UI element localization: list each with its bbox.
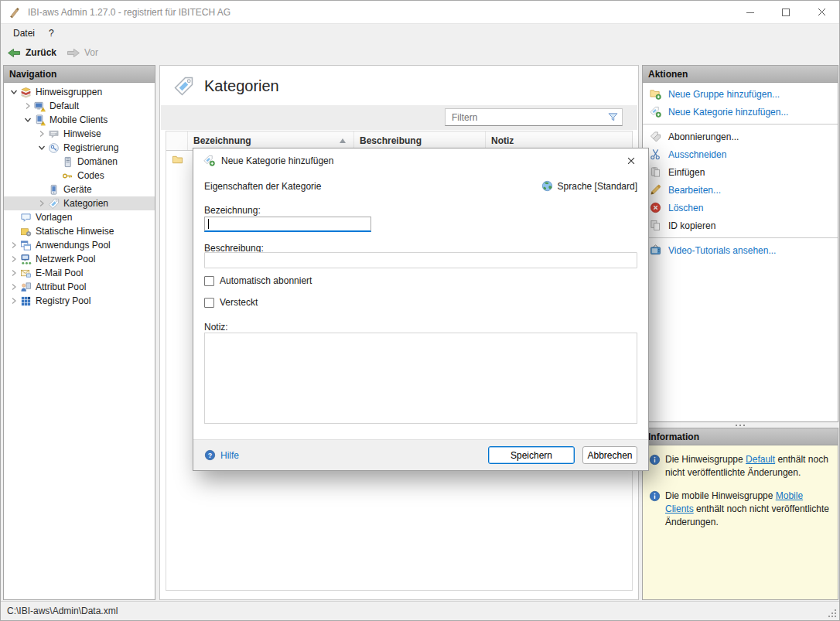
monitor-warning-icon (34, 101, 47, 112)
action-neue-gruppe-hinzufügen[interactable]: Neue Gruppe hinzufügen... (643, 85, 838, 103)
auto-subscribe-label: Automatisch abonniert (220, 275, 312, 286)
language-button[interactable]: Sprache [Standard] (541, 180, 637, 192)
new-category-icon (203, 155, 215, 166)
filter-icon[interactable] (603, 111, 622, 123)
nav-item-statische-hinweise[interactable]: Statische Hinweise (4, 224, 155, 238)
nav-item-default[interactable]: Default (4, 99, 155, 113)
status-path: C:\IBI-aws\Admin\Data.xml (7, 606, 118, 616)
resize-grip[interactable] (828, 609, 837, 618)
expander-spacer (49, 155, 62, 168)
copy-id-icon (650, 220, 662, 232)
minimize-button[interactable] (732, 1, 768, 23)
nav-item-geräte[interactable]: Geräte (4, 183, 155, 196)
nav-item-label: Hinweisgruppen (36, 87, 102, 97)
nav-item-label: E-Mail Pool (36, 268, 83, 278)
back-label: Zurück (26, 47, 56, 58)
chevron-right-icon[interactable] (7, 239, 20, 251)
sort-asc-icon (339, 138, 347, 144)
cancel-button[interactable]: Abbrechen (582, 446, 637, 464)
info-text: Die Hinweisgruppe Default enthält noch n… (665, 453, 831, 479)
nav-item-netzwerk-pool[interactable]: Netzwerk Pool (4, 252, 155, 266)
auto-subscribe-checkbox[interactable]: Automatisch abonniert (204, 275, 312, 286)
bezeichnung-field[interactable] (204, 217, 371, 232)
checkbox-icon (204, 276, 214, 286)
action-separator (643, 237, 838, 238)
chevron-down-icon[interactable] (35, 142, 48, 154)
maximize-button[interactable] (768, 1, 804, 23)
hidden-label: Versteckt (220, 297, 258, 308)
chevron-right-icon[interactable] (35, 128, 48, 140)
category-icon (173, 76, 194, 97)
paste-icon (650, 166, 662, 179)
panel-splitter[interactable] (642, 422, 838, 428)
nav-item-label: Anwendungs Pool (36, 240, 111, 251)
beschreibung-field[interactable] (204, 252, 637, 268)
navigation-tree: HinweisgruppenDefaultMobile ClientsHinwe… (4, 83, 155, 308)
filter-input[interactable] (446, 111, 603, 124)
static-notice-icon (20, 226, 33, 237)
action-bearbeiten[interactable]: Bearbeiten... (643, 181, 838, 199)
device-icon (48, 184, 61, 196)
beschreibung-input[interactable] (205, 253, 637, 268)
nav-item-label: Netzwerk Pool (36, 254, 95, 264)
info-link-default[interactable]: Default (746, 454, 775, 465)
attribute-pool-icon (20, 281, 33, 293)
dialog-section-label: Eigenschaften der Kategorie (204, 181, 321, 192)
checkbox-icon (204, 298, 214, 308)
close-button[interactable] (804, 1, 839, 23)
chevron-right-icon[interactable] (7, 295, 20, 307)
action-video-tutorials-ansehen[interactable]: Video-Tutorials ansehen... (643, 241, 838, 259)
nav-item-domänen[interactable]: Domänen (4, 155, 155, 169)
help-link[interactable]: ? Hilfe (204, 449, 239, 461)
nav-item-attribut-pool[interactable]: Attribut Pool (4, 280, 155, 294)
action-label: Neue Kategorie hinzufügen... (668, 107, 788, 118)
registry-pool-icon (20, 295, 33, 307)
save-button[interactable]: Speichern (488, 446, 575, 464)
hidden-checkbox[interactable]: Versteckt (204, 297, 258, 308)
nav-item-hinweisgruppen[interactable]: Hinweisgruppen (4, 85, 155, 99)
nav-item-hinweise[interactable]: Hinweise (4, 127, 155, 141)
chevron-down-icon[interactable] (7, 86, 20, 98)
action-neue-kategorie-hinzufügen[interactable]: Neue Kategorie hinzufügen... (643, 103, 838, 121)
chevron-right-icon[interactable] (7, 267, 20, 279)
actions-header: Aktionen (643, 66, 838, 83)
dialog-close-button[interactable] (623, 153, 639, 169)
action-ausschneiden[interactable]: Ausschneiden (643, 145, 838, 163)
nav-item-anwendungs-pool[interactable]: Anwendungs Pool (4, 238, 155, 252)
menu-item-[interactable]: ? (42, 26, 61, 41)
action-abonnierungen[interactable]: Abonnierungen... (643, 128, 838, 145)
nav-item-mobile-clients[interactable]: Mobile Clients (4, 113, 155, 127)
chevron-right-icon[interactable] (35, 197, 48, 210)
nav-item-label: Attribut Pool (36, 281, 86, 292)
nav-item-codes[interactable]: Codes (4, 169, 155, 183)
back-button[interactable]: Zurück (7, 47, 56, 59)
chevron-down-icon[interactable] (21, 114, 34, 126)
action-id-kopieren[interactable]: ID kopieren (643, 217, 838, 234)
new-group-icon (650, 88, 662, 101)
nav-item-kategorien[interactable]: Kategorien (4, 196, 155, 210)
help-icon: ? (204, 449, 216, 461)
nav-item-label: Registry Pool (36, 295, 90, 306)
nav-item-e-mail-pool[interactable]: E-Mail Pool (4, 266, 155, 280)
action-löschen[interactable]: Löschen (643, 199, 838, 217)
nav-item-vorlagen[interactable]: Vorlagen (4, 210, 155, 224)
chevron-right-icon[interactable] (7, 253, 20, 265)
app-window: IBI-aws Admin 1.27.0 - registriert für I… (0, 0, 840, 621)
chevron-right-icon[interactable] (21, 100, 34, 112)
navigation-panel: Navigation HinweisgruppenDefaultMobile C… (3, 65, 155, 600)
column-header-icon[interactable] (166, 131, 188, 150)
info-link-mobile-clients[interactable]: Mobile Clients (665, 490, 803, 514)
forward-button[interactable]: Vor (66, 47, 98, 59)
nav-item-registry-pool[interactable]: Registry Pool (4, 294, 155, 308)
action-einfügen[interactable]: Einfügen (643, 163, 838, 181)
expander-spacer (49, 169, 62, 182)
menu-item-datei[interactable]: Datei (6, 26, 42, 41)
nav-item-label: Hinweise (63, 128, 101, 139)
chevron-right-icon[interactable] (7, 281, 20, 293)
nav-item-label: Vorlagen (36, 212, 72, 223)
actions-list: Neue Gruppe hinzufügen...Neue Kategorie … (643, 83, 838, 259)
globe-icon (541, 180, 553, 192)
notiz-field[interactable] (204, 333, 637, 424)
nav-item-registrierung[interactable]: Registrierung (4, 141, 155, 155)
notiz-textarea[interactable] (205, 333, 637, 423)
